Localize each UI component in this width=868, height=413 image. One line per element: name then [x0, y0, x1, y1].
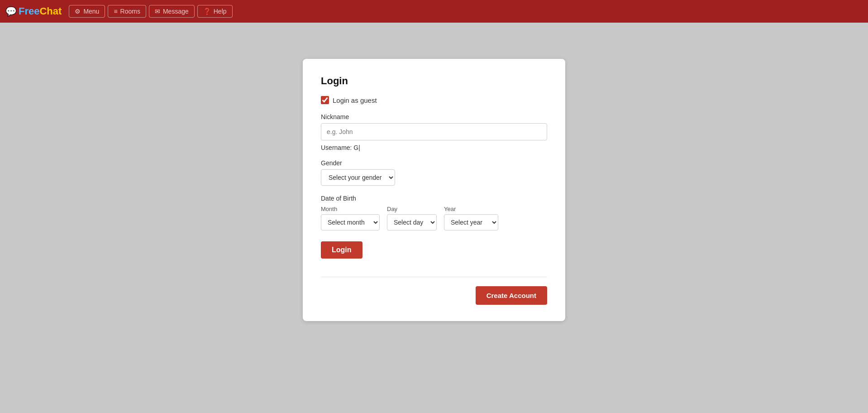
year-sublabel: Year: [444, 206, 498, 212]
nickname-label: Nickname: [321, 113, 547, 120]
dob-fields: Month Select month January February Marc…: [321, 206, 547, 231]
help-button[interactable]: ❓ Help: [197, 5, 233, 18]
day-select[interactable]: Select day 1 2 3 31: [387, 214, 437, 231]
card-footer: Create Account: [321, 286, 547, 305]
guest-label: Login as guest: [333, 96, 377, 104]
logo-text: FreeChat: [19, 5, 62, 17]
dob-year-field: Year Select year 2005 2000 1990 1980: [444, 206, 498, 231]
rooms-icon: ≡: [114, 8, 117, 15]
logo-free: Free: [19, 5, 39, 17]
dob-month-field: Month Select month January February Marc…: [321, 206, 380, 231]
message-icon: ✉: [155, 8, 160, 15]
nickname-input[interactable]: [321, 123, 547, 140]
month-sublabel: Month: [321, 206, 380, 212]
guest-row: Login as guest: [321, 96, 547, 104]
menu-label: Menu: [83, 8, 99, 15]
login-button[interactable]: Login: [321, 241, 362, 259]
menu-button[interactable]: ⚙ Menu: [69, 5, 105, 18]
navbar: 💬 FreeChat ⚙ Menu ≡ Rooms ✉ Message ❓ He…: [0, 0, 868, 23]
logo-chat: Chat: [39, 5, 62, 17]
dob-day-field: Day Select day 1 2 3 31: [387, 206, 437, 231]
day-sublabel: Day: [387, 206, 437, 212]
dob-section: Date of Birth Month Select month January…: [321, 195, 547, 231]
logo-icon: 💬: [5, 6, 17, 17]
login-card: Login Login as guest Nickname Username: …: [303, 59, 565, 321]
gender-select[interactable]: Select your gender Male Female Other: [321, 169, 395, 186]
message-button[interactable]: ✉ Message: [149, 5, 195, 18]
gender-label: Gender: [321, 159, 547, 167]
help-icon: ❓: [203, 8, 211, 15]
main-content: Login Login as guest Nickname Username: …: [0, 23, 868, 321]
card-divider: [321, 277, 547, 277]
username-text: Username: G|: [321, 144, 547, 151]
help-label: Help: [214, 8, 227, 15]
gear-icon: ⚙: [75, 8, 81, 15]
rooms-label: Rooms: [120, 8, 140, 15]
dob-title: Date of Birth: [321, 195, 547, 202]
login-title: Login: [321, 75, 547, 87]
guest-checkbox[interactable]: [321, 96, 329, 104]
logo: 💬 FreeChat: [5, 5, 62, 17]
message-label: Message: [163, 8, 189, 15]
year-select[interactable]: Select year 2005 2000 1990 1980: [444, 214, 498, 231]
rooms-button[interactable]: ≡ Rooms: [108, 5, 146, 18]
create-account-button[interactable]: Create Account: [476, 286, 547, 305]
month-select[interactable]: Select month January February March Apri…: [321, 214, 380, 231]
